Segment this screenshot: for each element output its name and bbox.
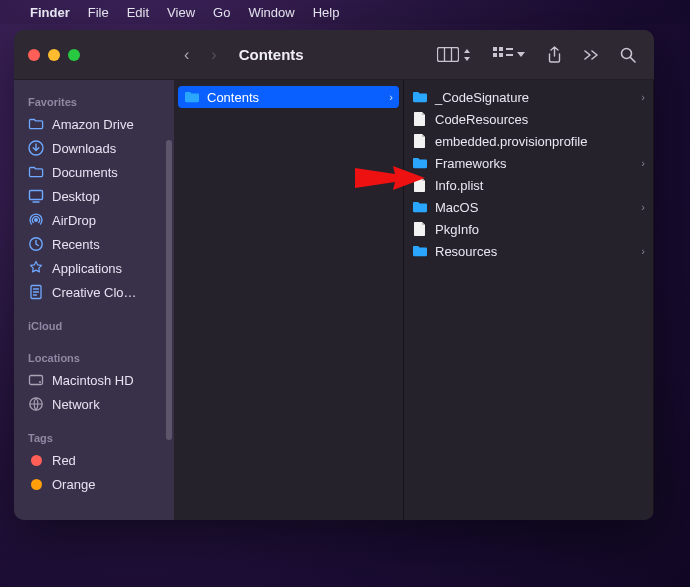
tag-dot-icon: [28, 476, 44, 492]
menubar: Finder File Edit View Go Window Help: [0, 0, 690, 24]
document-icon: [412, 111, 428, 127]
column-view: Contents › _CodeSignature› CodeResources…: [174, 80, 654, 520]
chevron-right-icon: ›: [641, 245, 645, 257]
sidebar-item-label: Desktop: [52, 189, 100, 204]
document-icon: [412, 221, 428, 237]
sidebar: Favorites Amazon Drive Downloads Documen…: [14, 80, 174, 520]
folder-icon: [412, 89, 428, 105]
close-button[interactable]: [28, 49, 40, 61]
file-row[interactable]: embedded.provisionprofile: [404, 130, 653, 152]
sidebar-item-documents[interactable]: Documents: [14, 160, 174, 184]
chevron-right-icon: ›: [389, 91, 393, 103]
menubar-item[interactable]: Window: [248, 5, 294, 20]
folder-icon: [184, 89, 200, 105]
sidebar-item-label: Network: [52, 397, 100, 412]
file-label: MacOS: [435, 200, 478, 215]
download-icon: [28, 140, 44, 156]
sidebar-item-recents[interactable]: Recents: [14, 232, 174, 256]
chevron-right-icon: ›: [641, 91, 645, 103]
file-row[interactable]: _CodeSignature›: [404, 86, 653, 108]
sidebar-scrollbar[interactable]: [166, 140, 172, 440]
sidebar-item-label: Creative Clo…: [52, 285, 137, 300]
chevron-right-icon: ›: [641, 201, 645, 213]
sidebar-header: iCloud: [14, 314, 174, 336]
file-label: embedded.provisionprofile: [435, 134, 587, 149]
back-button[interactable]: ‹: [184, 46, 189, 64]
file-label: Resources: [435, 244, 497, 259]
document-icon: [412, 177, 428, 193]
window-controls: [14, 49, 174, 61]
menubar-item[interactable]: Go: [213, 5, 230, 20]
file-row[interactable]: Frameworks›: [404, 152, 653, 174]
sidebar-item-label: Recents: [52, 237, 100, 252]
document-icon: [412, 133, 428, 149]
zoom-button[interactable]: [68, 49, 80, 61]
sidebar-tag-orange[interactable]: Orange: [14, 472, 174, 496]
file-row[interactable]: CodeResources: [404, 108, 653, 130]
folder-icon: [412, 243, 428, 259]
file-label: _CodeSignature: [435, 90, 529, 105]
applications-icon: [28, 260, 44, 276]
file-row[interactable]: Contents ›: [178, 86, 399, 108]
clock-icon: [28, 236, 44, 252]
file-label: Contents: [207, 90, 259, 105]
group-button[interactable]: [493, 47, 525, 62]
sidebar-item-label: Amazon Drive: [52, 117, 134, 132]
folder-icon: [28, 164, 44, 180]
sidebar-tag-red[interactable]: Red: [14, 448, 174, 472]
menubar-item[interactable]: View: [167, 5, 195, 20]
file-label: Frameworks: [435, 156, 507, 171]
search-button[interactable]: [620, 47, 636, 63]
sidebar-item-applications[interactable]: Applications: [14, 256, 174, 280]
forward-button[interactable]: ›: [211, 46, 216, 64]
view-columns-button[interactable]: [437, 47, 471, 62]
svg-rect-11: [493, 53, 497, 57]
toolbar-overflow-button[interactable]: [584, 50, 598, 60]
sidebar-item-label: Documents: [52, 165, 118, 180]
sidebar-item-downloads[interactable]: Downloads: [14, 136, 174, 160]
sidebar-item-label: Red: [52, 453, 76, 468]
file-row[interactable]: MacOS›: [404, 196, 653, 218]
sidebar-item-macintosh-hd[interactable]: Macintosh HD: [14, 368, 174, 392]
folder-icon: [412, 155, 428, 171]
file-row[interactable]: Resources›: [404, 240, 653, 262]
sidebar-item-label: Applications: [52, 261, 122, 276]
svg-rect-10: [499, 47, 503, 51]
sidebar-item-network[interactable]: Network: [14, 392, 174, 416]
file-label: PkgInfo: [435, 222, 479, 237]
window-title: Contents: [239, 46, 304, 63]
menubar-item[interactable]: Edit: [127, 5, 149, 20]
sidebar-header: Locations: [14, 346, 174, 368]
column-2[interactable]: _CodeSignature› CodeResources embedded.p…: [404, 80, 654, 520]
svg-rect-14: [506, 54, 513, 56]
share-button[interactable]: [547, 46, 562, 63]
sidebar-item-desktop[interactable]: Desktop: [14, 184, 174, 208]
file-label: CodeResources: [435, 112, 528, 127]
menubar-app[interactable]: Finder: [30, 5, 70, 20]
minimize-button[interactable]: [48, 49, 60, 61]
disk-icon: [28, 372, 44, 388]
nav-buttons: ‹ ›: [184, 46, 217, 64]
svg-rect-13: [506, 48, 513, 50]
toolbar: ‹ › Contents: [14, 30, 654, 80]
svg-rect-9: [493, 47, 497, 51]
sidebar-header: Tags: [14, 426, 174, 448]
menubar-item[interactable]: Help: [313, 5, 340, 20]
sidebar-item-label: AirDrop: [52, 213, 96, 228]
desktop-icon: [28, 188, 44, 204]
sidebar-item-amazon-drive[interactable]: Amazon Drive: [14, 112, 174, 136]
file-row[interactable]: PkgInfo: [404, 218, 653, 240]
menubar-item[interactable]: File: [88, 5, 109, 20]
sidebar-item-label: Downloads: [52, 141, 116, 156]
svg-rect-12: [499, 53, 503, 57]
finder-window: ‹ › Contents: [14, 30, 654, 520]
column-1[interactable]: Contents ›: [174, 80, 404, 520]
airdrop-icon: [28, 212, 44, 228]
sidebar-header: Favorites: [14, 90, 174, 112]
file-row[interactable]: Info.plist: [404, 174, 653, 196]
sidebar-item-airdrop[interactable]: AirDrop: [14, 208, 174, 232]
sidebar-item-creative-cloud[interactable]: Creative Clo…: [14, 280, 174, 304]
sidebar-item-label: Orange: [52, 477, 95, 492]
folder-icon: [28, 116, 44, 132]
globe-icon: [28, 396, 44, 412]
